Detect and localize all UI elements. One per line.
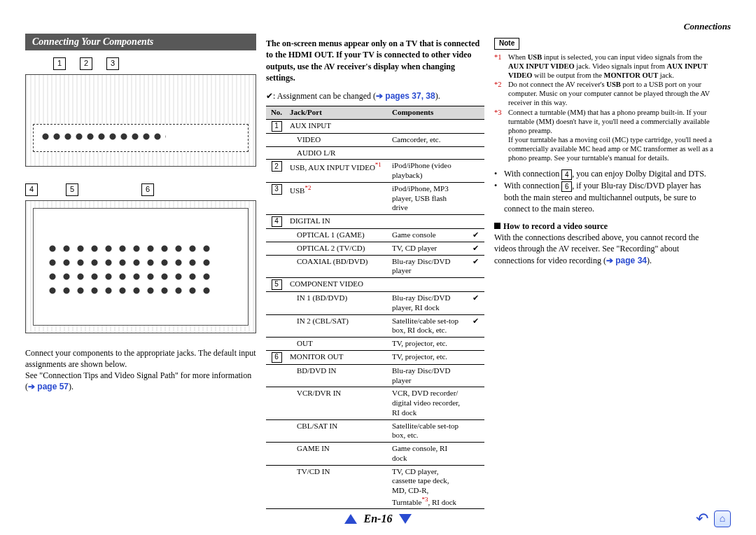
home-icon[interactable]: ⌂	[714, 510, 731, 527]
section-header: Connections	[25, 21, 731, 32]
footnote: *3Connect a turntable (MM) that has a ph…	[494, 108, 717, 163]
table-row: GAME INGame console, RI dock	[266, 443, 484, 466]
jack-port-table: No. Jack/Port Components 1AUX INPUTVIDEO…	[266, 106, 484, 509]
table-row: IN 2 (CBL/SAT)Satellite/cable set-top bo…	[266, 314, 484, 338]
howto-heading: How to record a video source	[494, 221, 717, 232]
howto-body: With the connections described above, yo…	[494, 232, 717, 266]
table-row: COAXIAL (BD/DVD)Blu-ray Disc/DVD player✔	[266, 255, 484, 278]
left-paragraph-1: Connect your components to the appropria…	[25, 347, 256, 370]
footnote: *2Do not connect the AV receiver's USB p…	[494, 80, 717, 107]
callout-6: 6	[141, 183, 154, 196]
table-row: 4DIGITAL IN	[266, 215, 484, 229]
table-row: CBL/SAT INSatellite/cable set-top box, e…	[266, 419, 484, 443]
callout-4: 4	[25, 183, 38, 196]
table-row: VCR/DVR INVCR, DVD recorder/ digital vid…	[266, 387, 484, 419]
table-row: VIDEOCamcorder, etc.	[266, 133, 484, 146]
section-banner: Connecting Your Components	[25, 34, 256, 50]
bullet-item: •With connection 4, you can enjoy Dolby …	[494, 168, 717, 180]
table-row: 1AUX INPUT	[266, 119, 484, 133]
table-row: OPTICAL 1 (GAME)Game console✔	[266, 229, 484, 242]
table-row: 5COMPONENT VIDEO	[266, 278, 484, 292]
table-row: TV/CD INTV, CD player, cassette tape dec…	[266, 465, 484, 509]
footnotes: *1When USB input is selected, you can in…	[494, 53, 717, 163]
front-panel-diagram	[25, 74, 256, 167]
table-row: 6MONITOR OUTTV, projector, etc.	[266, 350, 484, 364]
assignment-note: ✔: Assignment can be changed (➔ pages 37…	[266, 90, 484, 102]
table-row: BD/DVD INBlu-ray Disc/DVD player	[266, 364, 484, 387]
prev-page-icon[interactable]	[344, 514, 357, 524]
link-page-57[interactable]: ➔ page 57	[28, 382, 69, 391]
table-row: 3USB*2iPod/iPhone, MP3 player, USB flash…	[266, 182, 484, 214]
callout-row-top: 1 2 3	[53, 57, 256, 70]
intro-warning: The on-screen menus appear only on a TV …	[266, 38, 484, 83]
th-no: No.	[266, 106, 287, 120]
bullet-list: •With connection 4, you can enjoy Dolby …	[494, 168, 717, 214]
page-footer: En-16 ↶ ⌂	[25, 509, 731, 528]
note-label: Note	[494, 38, 519, 50]
th-components: Components	[389, 106, 466, 120]
footnote: *1When USB input is selected, you can in…	[494, 53, 717, 80]
left-paragraph-2: See "Connection Tips and Video Signal Pa…	[25, 370, 256, 392]
table-row: AUDIO L/R	[266, 146, 484, 160]
th-jack: Jack/Port	[287, 106, 389, 120]
th-check	[466, 106, 484, 120]
table-row: OPTICAL 2 (TV/CD)TV, CD player✔	[266, 242, 484, 255]
table-row: 2USB, AUX INPUT VIDEO*1iPod/iPhone (vide…	[266, 160, 484, 183]
callout-1: 1	[53, 57, 66, 70]
bullet-item: •With connection 6, if your Blu-ray Disc…	[494, 180, 717, 214]
table-row: IN 1 (BD/DVD)Blu-ray Disc/DVD player, RI…	[266, 292, 484, 315]
next-page-icon[interactable]	[399, 514, 412, 524]
callout-3: 3	[106, 57, 119, 70]
link-pages-37-38[interactable]: ➔ pages 37, 38	[376, 91, 435, 101]
back-icon[interactable]: ↶	[696, 509, 708, 529]
link-page-34[interactable]: ➔ page 34	[606, 256, 647, 265]
callout-5: 5	[66, 183, 78, 196]
rear-panel-diagram	[25, 200, 256, 333]
table-row: OUTTV, projector, etc.	[266, 338, 484, 351]
callout-row-bottom: 4 5 6	[25, 183, 256, 196]
callout-2: 2	[80, 57, 92, 70]
page-number: En-16	[364, 512, 393, 526]
